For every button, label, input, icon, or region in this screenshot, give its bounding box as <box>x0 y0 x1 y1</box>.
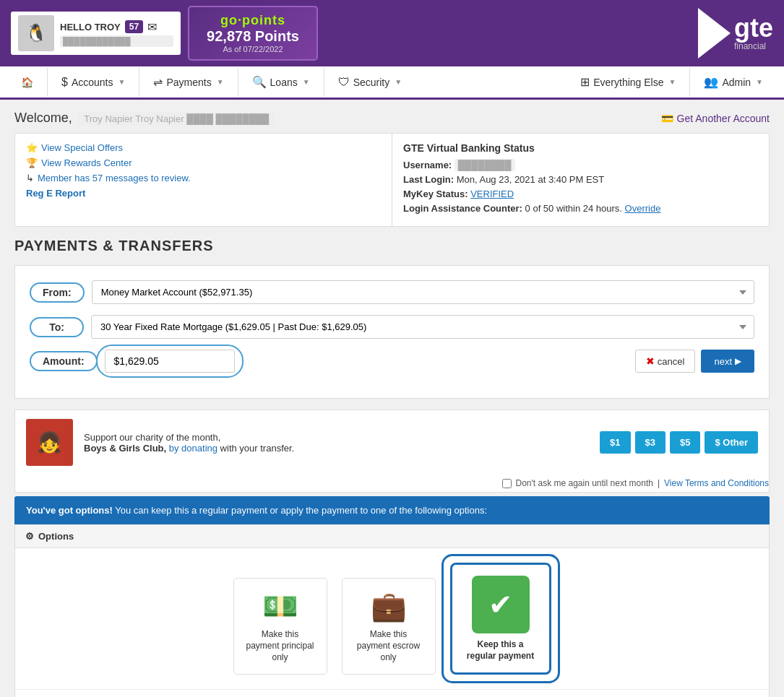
messages-link[interactable]: Member has 57 messages to review. <box>38 173 191 183</box>
welcome-text: Welcome, Troy Napier Troy Napier ████ ██… <box>14 111 275 126</box>
messages-row: ↳ Member has 57 messages to review. <box>26 173 381 183</box>
escrow-label: Make this payment escrow only <box>353 629 424 663</box>
gte-triangle-icon <box>698 8 731 59</box>
gte-logo: gte financial <box>698 8 773 59</box>
payments-section-title: PAYMENTS & TRANSFERS <box>14 238 770 254</box>
special-offers-row: ⭐ View Special Offers <box>26 142 381 153</box>
grid-icon: ⊞ <box>580 75 590 89</box>
mykey-value: VERIFIED <box>470 189 514 199</box>
username-label: Username: <box>403 160 452 170</box>
gopoints-date: As of 07/22/2022 <box>201 45 305 53</box>
user-card: 🐧 HELLO TROY 57 ✉ ████████████ <box>11 12 181 55</box>
login-counter-row: Login Assistance Counter: 0 of 50 within… <box>403 203 758 214</box>
user-sub: ████████████ <box>60 35 173 47</box>
username-row: Username: ████████ <box>403 160 758 170</box>
mykey-row: MyKey Status: VERIFIED <box>403 189 758 199</box>
chevron-down-icon: ▼ <box>119 78 126 86</box>
gear-icon: ⚙ <box>25 531 34 542</box>
user-name: HELLO TROY <box>60 22 121 33</box>
terms-link[interactable]: View Terms and Conditions <box>664 478 769 488</box>
gopoints-points: 92,878 Points <box>201 28 305 45</box>
home-icon: 🏠 <box>21 77 33 88</box>
options-banner-text: You can keep this a regular payment or a… <box>115 505 487 516</box>
cancel-button-top[interactable]: ✖ cancel <box>635 350 696 373</box>
special-offers-link[interactable]: View Special Offers <box>41 142 123 153</box>
nav-payments[interactable]: ⇌ Payments ▼ <box>143 66 233 98</box>
welcome-name: Troy Napier Troy Napier ████ ████████ <box>78 112 275 126</box>
star-icon: ⭐ <box>26 142 38 153</box>
reg-e-link[interactable]: Reg E Report <box>26 188 85 199</box>
info-box-right: GTE Virtual Banking Status Username: ███… <box>392 134 769 226</box>
get-another-account-link[interactable]: 💳 Get Another Account <box>661 113 770 124</box>
nav-admin-label: Admin <box>722 77 751 88</box>
nav-accounts[interactable]: $ Accounts ▼ <box>51 67 135 98</box>
dont-ask-checkbox[interactable] <box>502 479 512 488</box>
nav-divider-3 <box>238 68 238 97</box>
login-counter-value: 0 of 50 within 24 hours. <box>525 203 622 214</box>
nav-everything-else-label: Everything Else <box>593 77 663 88</box>
shield-icon: 🛡 <box>338 76 350 89</box>
mail-icon: ✉ <box>147 20 157 34</box>
nav-payments-label: Payments <box>166 77 211 88</box>
nav-admin[interactable]: 👥 Admin ▼ <box>694 66 773 98</box>
cancel-x-icon: ✖ <box>646 355 655 367</box>
principal-only-option[interactable]: 💵 Make this payment principal only <box>233 578 327 675</box>
charity-text: Support our charity of the month, Boys &… <box>84 432 589 454</box>
nav-divider-1 <box>47 68 48 97</box>
nav-everything-else[interactable]: ⊞ Everything Else ▼ <box>570 66 686 98</box>
amount-input[interactable] <box>105 350 235 373</box>
regular-payment-option[interactable]: ✔ Keep this a regular payment <box>450 563 551 675</box>
charity-box: 👧 Support our charity of the month, Boys… <box>15 410 769 475</box>
nav-security[interactable]: 🛡 Security ▼ <box>328 67 412 98</box>
gopoints-logo: go·points <box>201 13 305 28</box>
chevron-down-icon-2: ▼ <box>217 78 224 86</box>
login-counter-label: Login Assistance Counter: <box>403 203 522 214</box>
to-select[interactable]: 30 Year Fixed Rate Mortgage ($1,629.05 |… <box>91 315 754 339</box>
charity-line2: Boys & Girls Club, by donating with your… <box>84 443 589 454</box>
message-count: 57 <box>125 20 143 33</box>
chevron-down-icon-6: ▼ <box>756 78 763 86</box>
options-banner-bold: You've got options! <box>26 505 113 516</box>
mykey-label: MyKey Status: <box>403 189 468 199</box>
donate-3-button[interactable]: $3 <box>635 431 665 454</box>
from-select[interactable]: Money Market Account ($52,971.35) <box>92 280 754 304</box>
nav-loans[interactable]: 🔍 Loans ▼ <box>242 66 320 98</box>
next-button-top[interactable]: next ▶ <box>701 350 754 373</box>
charity-container: 👧 Support our charity of the month, Boys… <box>14 410 770 493</box>
nav-divider-4 <box>324 68 324 97</box>
reg-e-row: Reg E Report <box>26 188 381 199</box>
chevron-down-icon-3: ▼ <box>303 78 310 86</box>
username-value: ████████ <box>455 159 515 171</box>
to-label: To: <box>30 317 84 337</box>
nav-home[interactable]: 🏠 <box>11 68 43 97</box>
principal-icon: 💵 <box>245 589 316 623</box>
last-login-row: Last Login: Mon, Aug 23, 2021 at 3:40 PM… <box>403 174 758 185</box>
amount-label: Amount: <box>30 351 98 371</box>
from-row: From: Money Market Account ($52,971.35) <box>30 280 754 304</box>
chevron-down-icon-4: ▼ <box>395 78 402 86</box>
info-box-left: ⭐ View Special Offers 🏆 View Rewards Cen… <box>15 134 392 226</box>
vb-title: GTE Virtual Banking Status <box>403 142 758 154</box>
cancel-label-top: cancel <box>658 356 685 367</box>
welcome-label: Welcome, <box>14 111 72 125</box>
loans-icon: 🔍 <box>252 75 267 89</box>
donate-1-button[interactable]: $1 <box>600 431 630 454</box>
nav-accounts-label: Accounts <box>72 77 113 88</box>
main-nav: 🏠 $ Accounts ▼ ⇌ Payments ▼ 🔍 Loans ▼ 🛡 … <box>0 66 784 100</box>
header-left: 🐧 HELLO TROY 57 ✉ ████████████ go·points… <box>11 6 318 61</box>
nav-loans-label: Loans <box>270 77 298 88</box>
avatar: 🐧 <box>18 15 54 51</box>
top-header: 🐧 HELLO TROY 57 ✉ ████████████ go·points… <box>0 0 784 66</box>
gopoints-card[interactable]: go·points 92,878 Points As of 07/22/2022 <box>188 6 318 61</box>
payments-icon: ⇌ <box>153 75 163 89</box>
from-label: From: <box>30 282 85 303</box>
override-link[interactable]: Override <box>625 203 661 214</box>
get-account-label: Get Another Account <box>677 113 770 124</box>
to-row: To: 30 Year Fixed Rate Mortgage ($1,629.… <box>30 315 754 339</box>
donate-other-button[interactable]: $ Other <box>705 431 758 454</box>
rewards-link[interactable]: View Rewards Center <box>41 157 132 168</box>
admin-icon: 👥 <box>704 75 718 89</box>
escrow-only-option[interactable]: 💼 Make this payment escrow only <box>342 578 436 675</box>
donate-5-button[interactable]: $5 <box>670 431 700 454</box>
nav-divider-5 <box>689 68 690 97</box>
